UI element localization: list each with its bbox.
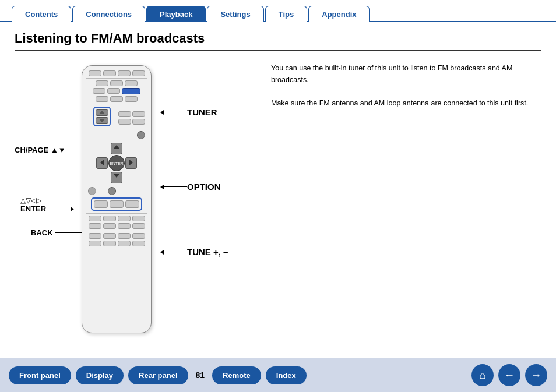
small-btn (89, 216, 101, 221)
small-btn (89, 223, 101, 229)
front-panel-button[interactable]: Front panel (9, 366, 71, 384)
remote-illustration: ENTER (82, 65, 152, 333)
btn-row (86, 216, 147, 221)
tuner-button (122, 88, 140, 94)
small-btn (125, 80, 138, 86)
btn-row-3 (86, 88, 147, 94)
remote-diagram-area: CH/PAGE ▲▼ △▽◁▷ ENTER BACK (15, 59, 259, 109)
dpad-right (125, 157, 137, 169)
forward-nav-button[interactable]: → (525, 364, 547, 386)
small-btn (103, 233, 116, 239)
small-btn (132, 216, 145, 221)
tune-line (164, 252, 187, 253)
tab-tips[interactable]: Tips (265, 6, 308, 22)
divider (86, 104, 147, 104)
small-btn (103, 241, 116, 246)
small-btn (96, 80, 108, 86)
side-btn-row (118, 111, 145, 117)
small-btn (132, 233, 145, 239)
arrows-label: △▽◁▷ (20, 196, 41, 204)
side-buttons (118, 111, 145, 125)
tune-section (91, 197, 142, 211)
tuner-line (164, 112, 187, 113)
index-button[interactable]: Index (266, 366, 307, 384)
side-btn-row (118, 119, 145, 125)
btn-row-2 (86, 80, 147, 86)
enter-arrow (71, 207, 74, 211)
divider (86, 213, 147, 214)
content-area: CH/PAGE ▲▼ △▽◁▷ ENTER BACK (15, 59, 541, 109)
ch-page-section (86, 107, 147, 129)
small-btn (103, 223, 116, 229)
bottom-navigation: Front panel Display Rear panel 81 Remote… (0, 358, 556, 392)
tab-playback[interactable]: Playback (146, 6, 206, 22)
top-buttons-section (86, 70, 147, 104)
btn-row (86, 233, 147, 239)
back-section (88, 187, 147, 195)
tab-connections[interactable]: Connections (72, 6, 145, 22)
tab-appendix[interactable]: Appendix (308, 6, 370, 22)
option-section (86, 131, 145, 139)
btn-row-1 (86, 70, 147, 76)
page-number: 81 (196, 370, 205, 380)
option-label-group: OPTION (160, 182, 221, 192)
small-btn (96, 96, 108, 102)
small-btn (89, 70, 101, 76)
small-btn (93, 88, 105, 94)
small-btn (118, 70, 131, 76)
dpad-left (96, 157, 108, 169)
small-btn (132, 119, 145, 125)
option-line (164, 186, 187, 188)
bottom-buttons (86, 216, 147, 246)
small-btn (110, 80, 123, 86)
small-btn (132, 223, 145, 229)
back-label: BACK (31, 228, 53, 237)
ch-page-label: CH/PAGE ▲▼ (15, 146, 66, 154)
remote-button[interactable]: Remote (212, 366, 261, 384)
tune-label-group: TUNE +, – (160, 247, 228, 257)
small-btn (118, 111, 131, 117)
option-label: OPTION (187, 182, 221, 192)
main-content: Listening to FM/AM broadcasts CH/PAGE ▲▼… (0, 22, 556, 115)
small-btn (107, 88, 120, 94)
rear-panel-button[interactable]: Rear panel (128, 366, 188, 384)
btn-row (86, 241, 147, 246)
description-text: You can use the built-in tuner of this u… (271, 59, 541, 109)
small-btn (110, 96, 123, 102)
btn-row-4 (86, 96, 147, 102)
dpad-enter: ENTER (108, 155, 125, 171)
small-btn (103, 216, 116, 221)
tune-label: TUNE +, – (187, 247, 228, 257)
tune-play-btn (110, 200, 124, 208)
ch-down-btn (96, 117, 108, 124)
option-button (137, 131, 145, 139)
dpad-down (111, 172, 122, 183)
description-line1: You can use the built-in tuner of this u… (271, 62, 541, 86)
description-line2: Make sure the FM antenna and AM loop ant… (271, 97, 541, 109)
small-btn (132, 241, 145, 246)
back-nav-button[interactable]: ← (498, 364, 520, 386)
tuner-label-group: TUNER (160, 107, 217, 117)
tab-settings[interactable]: Settings (207, 6, 263, 22)
small-btn (103, 70, 116, 76)
tuner-label: TUNER (187, 107, 217, 117)
small-btn (118, 216, 131, 221)
enter-label: ENTER (20, 204, 46, 213)
small-btn (118, 233, 131, 239)
home-button[interactable]: ⌂ (471, 364, 494, 386)
dpad: ENTER (96, 143, 137, 183)
small-btn (89, 241, 101, 246)
divider (86, 231, 147, 231)
tab-contents[interactable]: Contents (12, 6, 71, 22)
display-button[interactable]: Display (76, 366, 124, 384)
small-btn (125, 96, 138, 102)
dpad-up (111, 143, 122, 154)
small-round-btn (108, 187, 116, 195)
enter-label-group: △▽◁▷ ENTER (20, 196, 74, 213)
top-navigation: Contents Connections Playback Settings T… (0, 0, 556, 22)
btn-row (86, 223, 147, 229)
divider (86, 78, 147, 79)
page-title: Listening to FM/AM broadcasts (15, 31, 541, 51)
small-btn (132, 70, 145, 76)
remote-body: ENTER (82, 65, 152, 333)
